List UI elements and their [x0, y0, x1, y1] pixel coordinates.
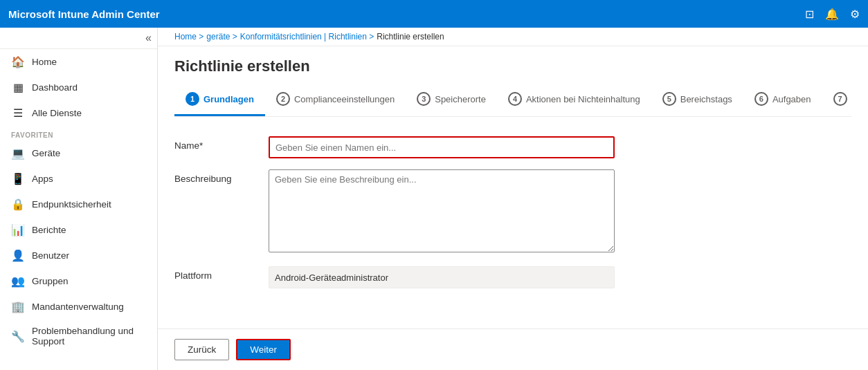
home-icon: 🏠: [11, 55, 25, 68]
back-button[interactable]: Zurück: [174, 339, 229, 360]
sidebar-collapse-button[interactable]: «: [145, 32, 152, 44]
sidebar-item-gruppen-label: Gruppen: [32, 276, 69, 286]
apps-icon: 📱: [11, 172, 25, 185]
platform-label: Plattform: [174, 266, 257, 281]
wizard-step-1[interactable]: 1 Grundlagen: [174, 84, 265, 116]
gruppen-icon: 👥: [11, 275, 25, 288]
sidebar-item-alle-dienste-label: Alle Dienste: [32, 108, 82, 118]
sidebar-item-benutzer[interactable]: 👤 Benutzer: [0, 243, 157, 268]
sidebar-item-mandantenverwaltung[interactable]: 🏢 Mandantenverwaltung: [0, 294, 157, 320]
problembehandlung-icon: 🔧: [11, 330, 25, 343]
wizard-step-2[interactable]: 2 Complianceeinstellungen: [265, 84, 406, 116]
page-title: Richtlinie erstellen: [174, 57, 851, 75]
description-control: [269, 169, 615, 255]
app-title: Microsoft Intune Admin Center: [8, 8, 160, 20]
geraete-icon: 💻: [11, 147, 25, 160]
sidebar-item-berichte[interactable]: 📊 Berichte: [0, 217, 157, 243]
platform-control: Android-Geräteadministrator: [269, 266, 615, 288]
wizard-step-3-number: 3: [417, 92, 431, 106]
sidebar-item-benutzer-label: Benutzer: [32, 250, 69, 261]
sidebar-item-apps[interactable]: 📱 Apps: [0, 166, 157, 192]
sidebar-item-dashboard[interactable]: ▦ Dashboard: [0, 75, 157, 100]
wizard-step-5[interactable]: 5 Bereichstags: [651, 84, 743, 116]
wizard-step-7-number: 7: [833, 92, 847, 106]
form-row-name: Name*: [174, 136, 851, 158]
alle-dienste-icon: ☰: [11, 107, 25, 120]
breadcrumb-geraete[interactable]: geräte >: [206, 32, 237, 41]
next-button[interactable]: Weiter: [236, 339, 291, 360]
breadcrumb: Home > geräte > Konformitätsrichtlinien …: [158, 28, 868, 46]
wizard-step-4[interactable]: 4 Aktionen bei Nichteinhaltung: [497, 84, 651, 116]
sidebar-item-endpunktsicherheit-label: Endpunktsicherheit: [32, 199, 111, 210]
wizard-step-4-label: Aktionen bei Nichteinhaltung: [526, 94, 640, 104]
header-icons: ⊡ 🔔 ⚙: [805, 8, 860, 21]
wizard-step-2-label: Complianceeinstellungen: [294, 94, 395, 104]
sidebar-item-home-label: Home: [32, 57, 57, 67]
dashboard-icon: ▦: [11, 81, 25, 94]
name-label: Name*: [174, 136, 257, 151]
layout: « 🏠 Home ▦ Dashboard ☰ Alle Dienste FAVO…: [0, 28, 868, 370]
form-row-platform: Plattform Android-Geräteadministrator: [174, 266, 851, 288]
sidebar-item-apps-label: Apps: [32, 174, 53, 184]
description-label: Beschreibung: [174, 169, 257, 184]
wizard-step-4-number: 4: [508, 92, 522, 106]
header: Microsoft Intune Admin Center ⊡ 🔔 ⚙: [0, 0, 868, 28]
sidebar-collapse-bar: «: [0, 28, 157, 49]
platform-value: Android-Geräteadministrator: [269, 266, 615, 288]
benutzer-icon: 👤: [11, 249, 25, 262]
sidebar-item-endpunktsicherheit[interactable]: 🔒 Endpunktsicherheit: [0, 192, 157, 217]
form-row-description: Beschreibung: [174, 169, 851, 255]
footer: Zurück Weiter: [158, 329, 868, 370]
sidebar-item-problembehandlung[interactable]: 🔧 Problembehandlung und Support: [0, 320, 157, 353]
wizard-step-1-number: 1: [186, 92, 199, 106]
berichte-icon: 📊: [11, 223, 25, 237]
sidebar: « 🏠 Home ▦ Dashboard ☰ Alle Dienste FAVO…: [0, 28, 158, 370]
sidebar-item-dashboard-label: Dashboard: [32, 82, 78, 93]
page-title-bar: Richtlinie erstellen: [158, 46, 868, 84]
sidebar-item-problembehandlung-label: Problembehandlung und Support: [32, 326, 146, 346]
breadcrumb-current: Richtlinie erstellen: [377, 32, 444, 41]
wizard-step-2-number: 2: [276, 92, 290, 106]
wizard-steps: 1 Grundlagen 2 Complianceeinstellungen 3…: [174, 84, 851, 117]
sidebar-section-favoriten: FAVORITEN: [0, 126, 157, 140]
wizard-step-3-label: Speicherorte: [435, 94, 486, 104]
wizard-step-5-number: 5: [662, 92, 676, 106]
wizard-step-3[interactable]: 3 Speicherorte: [406, 84, 497, 116]
endpunktsicherheit-icon: 🔒: [11, 198, 25, 211]
breadcrumb-home[interactable]: Home >: [174, 32, 204, 41]
wizard-step-6-number: 6: [754, 92, 768, 106]
name-input[interactable]: [269, 136, 615, 158]
wizard-step-6-label: Aufgaben: [772, 94, 811, 104]
sidebar-item-geraete-label: Geräte: [32, 148, 60, 158]
description-input[interactable]: [269, 169, 615, 252]
name-control: [269, 136, 615, 158]
sidebar-item-gruppen[interactable]: 👥 Gruppen: [0, 268, 157, 294]
mandantenverwaltung-icon: 🏢: [11, 300, 25, 313]
wizard-step-7[interactable]: 7 Überprüfen + erstellen: [822, 84, 851, 116]
sidebar-item-mandantenverwaltung-label: Mandantenverwaltung: [32, 302, 124, 312]
sidebar-item-alle-dienste[interactable]: ☰ Alle Dienste: [0, 100, 157, 126]
main: Home > geräte > Konformitätsrichtlinien …: [158, 28, 868, 370]
content-area: 1 Grundlagen 2 Complianceeinstellungen 3…: [158, 84, 868, 329]
sidebar-item-home[interactable]: 🏠 Home: [0, 49, 157, 75]
wizard-step-1-label: Grundlagen: [204, 94, 254, 104]
settings-icon[interactable]: ⚙: [850, 8, 860, 21]
wizard-step-6[interactable]: 6 Aufgaben: [743, 84, 822, 116]
sidebar-item-geraete[interactable]: 💻 Geräte: [0, 140, 157, 166]
breadcrumb-konformitaet[interactable]: Konformitätsrichtlinien | Richtlinien >: [240, 32, 374, 41]
bell-icon[interactable]: 🔔: [825, 8, 839, 21]
remote-icon[interactable]: ⊡: [805, 8, 814, 21]
sidebar-item-berichte-label: Berichte: [32, 225, 66, 235]
form-section: Name* Beschreibung Plattform Android-Ger…: [174, 131, 851, 305]
wizard-step-5-label: Bereichstags: [680, 94, 732, 104]
